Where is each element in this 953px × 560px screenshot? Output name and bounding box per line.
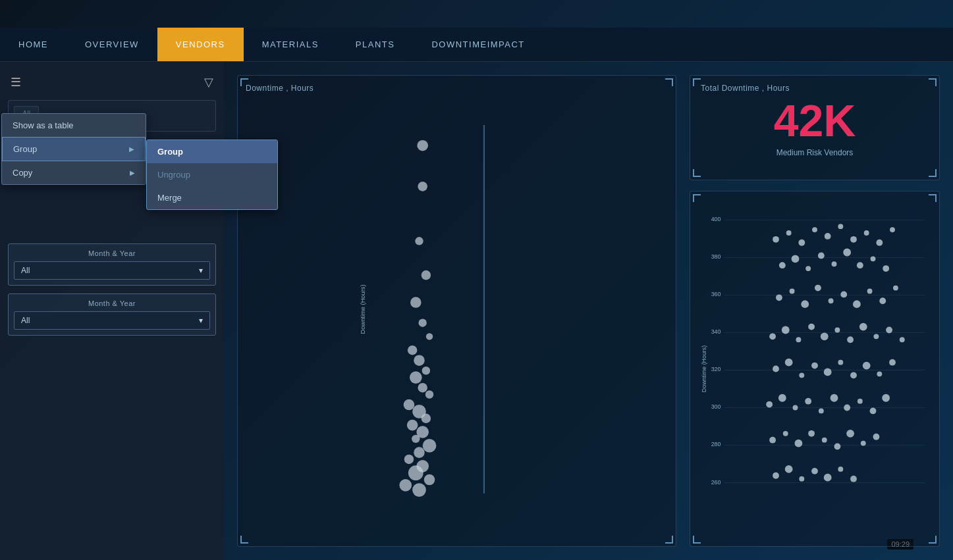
svg-point-49 bbox=[812, 227, 817, 232]
svg-point-14 bbox=[404, 399, 415, 411]
nav-vendors[interactable]: Vendors bbox=[157, 28, 244, 61]
svg-text:400: 400 bbox=[711, 216, 721, 222]
svg-point-46 bbox=[773, 236, 779, 243]
filter-select-3[interactable]: All ▾ bbox=[14, 311, 210, 330]
submenu-group[interactable]: Group bbox=[147, 140, 277, 163]
svg-point-104 bbox=[870, 408, 877, 415]
svg-point-77 bbox=[796, 337, 801, 342]
svg-point-75 bbox=[769, 333, 776, 340]
hamburger-icon[interactable]: ☰ bbox=[11, 75, 21, 89]
svg-point-91 bbox=[838, 360, 843, 365]
svg-point-61 bbox=[843, 249, 851, 257]
svg-point-47 bbox=[786, 230, 792, 236]
context-menu-main: Show as a table Group ▶ Copy ▶ bbox=[1, 113, 146, 185]
svg-point-50 bbox=[825, 233, 831, 240]
svg-point-89 bbox=[811, 363, 818, 369]
svg-point-11 bbox=[410, 371, 422, 384]
svg-point-17 bbox=[407, 420, 418, 431]
svg-text:380: 380 bbox=[711, 253, 721, 260]
svg-point-19 bbox=[412, 435, 420, 443]
svg-point-82 bbox=[859, 323, 867, 331]
svg-point-121 bbox=[850, 476, 857, 482]
svg-point-97 bbox=[778, 394, 786, 402]
big-number-panel: Total Downtime , Hours 42K Medium Risk V… bbox=[690, 75, 940, 180]
submenu-ungroup[interactable]: Ungroup bbox=[147, 163, 277, 186]
svg-point-67 bbox=[801, 300, 809, 308]
right-scatter-svg: 400 380 360 340 320 300 280 260 bbox=[698, 199, 931, 538]
nav-downtime-impact[interactable]: DowntimeImpact bbox=[413, 28, 543, 61]
nav-plants[interactable]: Plants bbox=[337, 28, 414, 61]
svg-point-76 bbox=[782, 326, 790, 334]
filter-label-2: Month & Year bbox=[14, 249, 210, 257]
svg-point-71 bbox=[853, 300, 861, 308]
main-content: Downtime , Hours Downtime (Hours) bbox=[224, 62, 953, 560]
chart-row: Downtime , Hours Downtime (Hours) bbox=[237, 75, 940, 547]
svg-point-80 bbox=[834, 328, 840, 333]
svg-point-107 bbox=[783, 431, 788, 436]
submenu-merge[interactable]: Merge bbox=[147, 186, 277, 209]
svg-point-95 bbox=[889, 359, 896, 366]
svg-point-96 bbox=[766, 401, 773, 408]
arrow-right-icon: ▶ bbox=[129, 145, 134, 153]
svg-point-64 bbox=[883, 265, 889, 272]
filter-box-2: Month & Year All ▾ bbox=[8, 243, 216, 286]
svg-point-58 bbox=[805, 266, 811, 271]
svg-point-118 bbox=[811, 468, 818, 474]
menu-show-as-table[interactable]: Show as a table bbox=[2, 114, 146, 137]
chevron-down-icon-2: ▾ bbox=[199, 266, 203, 275]
svg-point-110 bbox=[822, 438, 827, 443]
svg-point-26 bbox=[399, 479, 412, 492]
menu-group[interactable]: Group ▶ bbox=[2, 137, 146, 161]
svg-point-24 bbox=[408, 465, 423, 480]
filter-select-2[interactable]: All ▾ bbox=[14, 261, 210, 280]
svg-point-78 bbox=[808, 324, 815, 330]
right-chart-title: Total Downtime , Hours bbox=[701, 84, 790, 93]
svg-point-120 bbox=[838, 467, 843, 472]
svg-point-8 bbox=[408, 345, 418, 355]
big-number-label: Medium Risk Vendors bbox=[776, 148, 854, 157]
svg-point-6 bbox=[418, 318, 426, 326]
svg-text:Downtime (Hours): Downtime (Hours) bbox=[360, 284, 366, 334]
svg-point-54 bbox=[876, 240, 883, 246]
nav-home[interactable]: Home bbox=[0, 28, 67, 61]
svg-point-2 bbox=[418, 182, 427, 191]
arrow-right-icon-2: ▶ bbox=[130, 169, 135, 176]
navbar: Home Overview Vendors Materials Plants D… bbox=[0, 28, 953, 62]
svg-text:260: 260 bbox=[711, 479, 721, 486]
svg-point-105 bbox=[882, 394, 890, 402]
svg-point-116 bbox=[785, 465, 793, 473]
svg-point-87 bbox=[785, 359, 793, 367]
svg-point-62 bbox=[857, 262, 863, 268]
svg-point-108 bbox=[795, 440, 803, 447]
sidebar-header: ☰ ▽ bbox=[8, 70, 216, 100]
svg-point-119 bbox=[824, 474, 832, 482]
right-scatter-panel: 400 380 360 340 320 300 280 260 bbox=[690, 191, 940, 547]
right-column: Total Downtime , Hours 42K Medium Risk V… bbox=[690, 75, 940, 547]
svg-point-5 bbox=[410, 297, 422, 308]
nav-materials[interactable]: Materials bbox=[244, 28, 337, 61]
svg-point-85 bbox=[900, 337, 905, 342]
nav-overview[interactable]: Overview bbox=[67, 28, 157, 61]
sidebar: ☰ ▽ All Show as a table Group ▶ Copy bbox=[0, 62, 224, 560]
filter-icon[interactable]: ▽ bbox=[204, 75, 213, 89]
big-number-value: 42K bbox=[774, 98, 856, 143]
svg-point-73 bbox=[879, 297, 886, 304]
svg-point-7 bbox=[426, 333, 433, 340]
svg-point-74 bbox=[893, 286, 898, 291]
menu-copy[interactable]: Copy ▶ bbox=[2, 161, 146, 184]
svg-point-55 bbox=[890, 227, 895, 232]
svg-point-3 bbox=[415, 237, 423, 245]
svg-point-48 bbox=[798, 240, 805, 246]
svg-point-52 bbox=[850, 236, 857, 243]
svg-point-79 bbox=[821, 332, 829, 340]
left-chart-title: Downtime , Hours bbox=[246, 84, 668, 93]
svg-point-112 bbox=[846, 430, 854, 438]
svg-point-99 bbox=[805, 398, 811, 405]
svg-point-9 bbox=[414, 355, 425, 366]
svg-point-56 bbox=[779, 262, 786, 268]
svg-point-59 bbox=[818, 253, 825, 259]
svg-point-86 bbox=[773, 366, 779, 372]
svg-point-84 bbox=[886, 327, 892, 334]
svg-point-111 bbox=[834, 444, 841, 450]
svg-point-68 bbox=[815, 285, 821, 292]
